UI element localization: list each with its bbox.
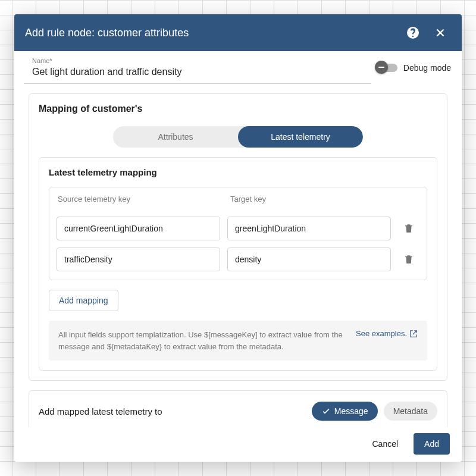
- cancel-button[interactable]: Cancel: [361, 433, 409, 455]
- col-target-header: Target key: [230, 195, 396, 203]
- add-mapping-wrap: Add mapping: [49, 290, 427, 311]
- dialog-footer: Cancel Add: [14, 427, 462, 462]
- target-key-input[interactable]: [227, 217, 391, 240]
- telemetry-mapping-card: Latest telemetry mapping Source telemetr…: [39, 157, 437, 371]
- mapping-card: Mapping of customer's Attributes Latest …: [29, 93, 447, 381]
- add-button[interactable]: Add: [414, 433, 450, 455]
- trash-icon: [403, 223, 414, 234]
- telemetry-mapping-title: Latest telemetry mapping: [49, 167, 427, 177]
- delete-row-button[interactable]: [398, 217, 419, 240]
- dest-message-button[interactable]: Message: [312, 402, 378, 421]
- see-examples-label: See examples.: [356, 329, 407, 338]
- hint-text: All input fields support templatization.…: [58, 329, 346, 352]
- dest-metadata-label: Metadata: [393, 406, 428, 416]
- debug-label: Debug mode: [403, 63, 451, 73]
- target-key-input[interactable]: [227, 248, 391, 271]
- destination-card: Add mapped latest telemetry to Message M…: [29, 390, 447, 427]
- add-mapping-button[interactable]: Add mapping: [49, 290, 118, 311]
- external-link-icon: [409, 330, 418, 338]
- source-key-input[interactable]: [57, 217, 220, 240]
- tab-attributes[interactable]: Attributes: [113, 126, 238, 148]
- add-rule-node-dialog: Add rule node: customer attributes Name*…: [14, 14, 462, 462]
- dialog-body: Name* Debug mode Mapping of customer's A…: [14, 51, 462, 427]
- table-row: [57, 248, 419, 271]
- templatization-hint: All input fields support templatization.…: [49, 321, 427, 361]
- delete-row-button[interactable]: [398, 248, 419, 271]
- help-button[interactable]: [401, 21, 425, 45]
- help-icon: [406, 26, 420, 40]
- check-icon: [321, 406, 331, 416]
- source-key-input[interactable]: [57, 248, 220, 271]
- dialog-header: Add rule node: customer attributes: [14, 14, 462, 51]
- name-input[interactable]: [24, 64, 371, 84]
- top-row: Name* Debug mode: [14, 51, 462, 84]
- mapping-type-toggle: Attributes Latest telemetry: [113, 126, 363, 148]
- header-actions: [401, 21, 452, 45]
- destination-label: Add mapped latest telemetry to: [39, 406, 305, 416]
- debug-mode-wrap: Debug mode: [377, 51, 452, 73]
- table-row: [57, 217, 419, 240]
- dialog-title: Add rule node: customer attributes: [25, 27, 401, 39]
- mapping-table: Source telemetry key Target key: [49, 187, 427, 280]
- debug-toggle[interactable]: [377, 64, 397, 72]
- name-field-wrap: Name*: [24, 51, 371, 84]
- toggle-knob: [375, 61, 388, 74]
- dest-metadata-button[interactable]: Metadata: [384, 402, 437, 421]
- see-examples-link[interactable]: See examples.: [356, 329, 418, 338]
- col-source-header: Source telemetry key: [58, 195, 223, 203]
- destination-toggle: Message Metadata: [312, 402, 437, 421]
- close-button[interactable]: [428, 21, 452, 45]
- name-label: Name*: [24, 57, 371, 64]
- dest-message-label: Message: [334, 406, 368, 416]
- mapping-card-title: Mapping of customer's: [39, 104, 437, 114]
- tab-latest-telemetry[interactable]: Latest telemetry: [238, 126, 363, 148]
- trash-icon: [403, 254, 414, 265]
- mapping-table-headers: Source telemetry key Target key: [57, 195, 419, 209]
- close-icon: [434, 26, 447, 39]
